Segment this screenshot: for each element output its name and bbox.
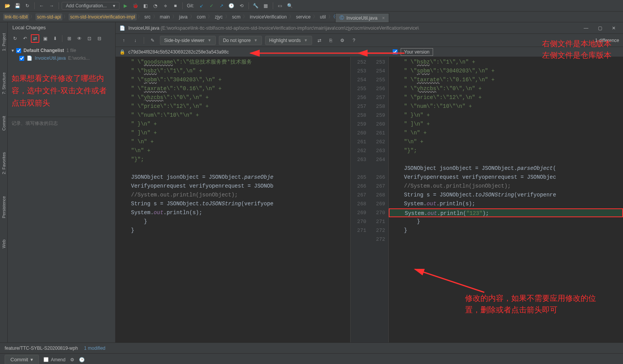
- group-icon[interactable]: ⊞: [65, 34, 74, 43]
- sidebar-tab-favorites[interactable]: 2: Favorites: [1, 149, 7, 177]
- back-icon[interactable]: ←: [37, 2, 46, 10]
- code-line[interactable]: Verifyopenrequest verifyopenrequest = JS…: [389, 173, 623, 182]
- breadcrumb-item[interactable]: src: [143, 13, 152, 20]
- code-line[interactable]: "\n" +: [116, 146, 350, 155]
- file-checkbox[interactable]: [19, 56, 24, 61]
- code-line[interactable]: System.out.println("123");: [389, 208, 623, 217]
- rollback-icon[interactable]: ↶: [21, 34, 29, 43]
- code-line[interactable]: " }\n" +: [116, 120, 350, 129]
- code-line[interactable]: [389, 235, 623, 244]
- git-commit-icon[interactable]: ✓: [207, 2, 216, 10]
- code-line[interactable]: "}";: [116, 155, 350, 164]
- collapse-unchanged-icon[interactable]: ⇄: [315, 36, 324, 45]
- changelist-checkbox[interactable]: [16, 48, 21, 53]
- forward-icon[interactable]: →: [47, 2, 56, 10]
- breadcrumb-item[interactable]: com: [195, 13, 207, 20]
- code-line[interactable]: }: [389, 226, 623, 235]
- sidebar-tab-web[interactable]: Web: [1, 237, 7, 251]
- code-line[interactable]: " \n" +: [389, 129, 623, 138]
- code-line[interactable]: Verifyopenrequest verifyopenrequest = JS…: [116, 182, 350, 191]
- breadcrumb-item[interactable]: link-ttc-stbll: [3, 13, 29, 20]
- sidebar-tab-structure[interactable]: 7: Structure: [1, 69, 7, 97]
- code-line[interactable]: " \n" +: [116, 138, 350, 146]
- editor-tab[interactable]: Ⓒ InvoiceUtil.java ×: [335, 13, 389, 23]
- code-line[interactable]: //System.out.println(jsonObject);: [389, 182, 623, 191]
- commit-history-icon[interactable]: 🕑: [79, 357, 85, 362]
- modified-count[interactable]: 1 modified: [84, 346, 105, 351]
- diff-settings-icon[interactable]: ⚙: [338, 36, 347, 45]
- code-line[interactable]: " \"yhzcbs\":\"0\",\n" +: [389, 84, 623, 93]
- viewer-mode-dropdown[interactable]: Side-by-side viewer▼: [160, 36, 216, 45]
- code-line[interactable]: " \"yhzcbs\":\"0\",\n" +: [116, 93, 350, 102]
- code-with-me-icon[interactable]: ▭: [276, 2, 284, 10]
- code-line[interactable]: JSONObject jsonObject = JSONObject.parse…: [116, 173, 350, 182]
- show-diff-icon[interactable]: ⇄: [31, 34, 39, 43]
- commit-message-area[interactable]: 记录、填写修改的日志: [8, 117, 115, 342]
- code-line[interactable]: " \"price\":\"12\",\n" +: [116, 102, 350, 111]
- preview-icon[interactable]: 👁: [75, 34, 84, 43]
- prev-diff-icon[interactable]: ↑: [119, 36, 128, 45]
- code-line[interactable]: }: [116, 217, 350, 226]
- settings-icon[interactable]: 🔧: [252, 2, 260, 10]
- commit-button[interactable]: Commit ▾: [5, 355, 39, 364]
- code-line[interactable]: "}";: [389, 146, 623, 155]
- collapse-icon[interactable]: ⊟: [95, 34, 104, 43]
- close-tab-icon[interactable]: ×: [382, 15, 385, 21]
- changed-file-row[interactable]: 📄 InvoiceUtil.java E:\works...: [12, 54, 111, 62]
- breadcrumb-item[interactable]: scm-std-api: [35, 13, 62, 20]
- code-line[interactable]: " ]\n" +: [116, 129, 350, 138]
- highlight-mode-dropdown[interactable]: Highlight words▼: [265, 36, 312, 45]
- breadcrumb-item[interactable]: invoiceVerification: [248, 13, 288, 20]
- code-line[interactable]: " \"hsbz\":\"1\",\n" +: [116, 67, 350, 75]
- sidebar-tab-project[interactable]: 1: Project: [1, 30, 7, 54]
- help-icon[interactable]: ?: [350, 36, 358, 45]
- code-line[interactable]: System.out.println(s);: [116, 208, 350, 217]
- expand-icon[interactable]: ⊡: [85, 34, 94, 43]
- code-line[interactable]: [116, 164, 350, 173]
- amend-checkbox[interactable]: Amend: [44, 357, 65, 362]
- code-line[interactable]: " \"price\":\"12\",\n" +: [389, 93, 623, 102]
- changelist-row[interactable]: ▾ Default Changelist 1 file: [12, 47, 111, 54]
- git-push-icon[interactable]: ↗: [217, 2, 226, 10]
- breadcrumb-item[interactable]: scm-std-InvoiceVerification-impl: [69, 13, 137, 20]
- next-diff-icon[interactable]: ↓: [131, 36, 139, 45]
- edit-icon[interactable]: ✎: [148, 36, 157, 45]
- stop-icon[interactable]: ■: [171, 2, 180, 10]
- run-configuration-dropdown[interactable]: Add Configuration... ▾: [62, 2, 119, 10]
- debug-icon[interactable]: 🐞: [131, 2, 139, 10]
- maximize-icon[interactable]: ▢: [594, 24, 605, 32]
- code-line[interactable]: [389, 155, 623, 164]
- profile-icon[interactable]: ◔: [151, 2, 160, 10]
- right-pane[interactable]: " \"hsbz\":\"1\",\n" +" \"spbm\":\"30402…: [389, 57, 623, 342]
- attach-icon[interactable]: ⎆: [161, 2, 170, 10]
- breadcrumb-item[interactable]: java: [178, 13, 189, 20]
- expand-arrow-icon[interactable]: ▾: [12, 48, 14, 53]
- changelist-icon[interactable]: ▣: [41, 34, 49, 43]
- code-line[interactable]: " }\n" +: [389, 111, 623, 120]
- code-line[interactable]: JSONObject jsonObject = JSONObject.parse…: [389, 164, 623, 173]
- minimize-icon[interactable]: —: [581, 24, 591, 32]
- code-line[interactable]: " \"spbm\":\"3040203\",\n" +: [389, 67, 623, 75]
- code-line[interactable]: " \"spbm\":\"3040203\",\n" +: [116, 75, 350, 84]
- sync-icon[interactable]: ↻: [23, 2, 32, 10]
- run-icon[interactable]: ▶: [121, 2, 129, 10]
- git-history-icon[interactable]: 🕑: [227, 2, 236, 10]
- code-line[interactable]: }: [389, 217, 623, 226]
- breadcrumb-item[interactable]: service: [294, 13, 312, 20]
- sync-scroll-icon[interactable]: ⎘: [327, 36, 335, 45]
- code-line[interactable]: String s = JSONObject.toJSONString(verif…: [116, 200, 350, 208]
- breadcrumb-item[interactable]: util: [318, 13, 327, 20]
- code-line[interactable]: " \"taxrate\":\"0.16\",\n" +: [389, 75, 623, 84]
- code-line[interactable]: }: [116, 226, 350, 235]
- project-structure-icon[interactable]: ▦: [262, 2, 270, 10]
- code-line[interactable]: " ]\n" +: [389, 120, 623, 129]
- shelve-icon[interactable]: ⬇: [51, 34, 59, 43]
- search-everywhere-icon[interactable]: 🔍: [286, 2, 294, 10]
- breadcrumb-item[interactable]: main: [158, 13, 171, 20]
- refresh-icon[interactable]: ↻: [11, 34, 19, 43]
- your-version-checkbox[interactable]: [393, 49, 398, 54]
- git-update-icon[interactable]: ↙: [197, 2, 206, 10]
- close-icon[interactable]: ✕: [608, 24, 619, 32]
- code-line[interactable]: "\n" +: [389, 138, 623, 146]
- sidebar-tab-commit[interactable]: Commit: [1, 113, 7, 134]
